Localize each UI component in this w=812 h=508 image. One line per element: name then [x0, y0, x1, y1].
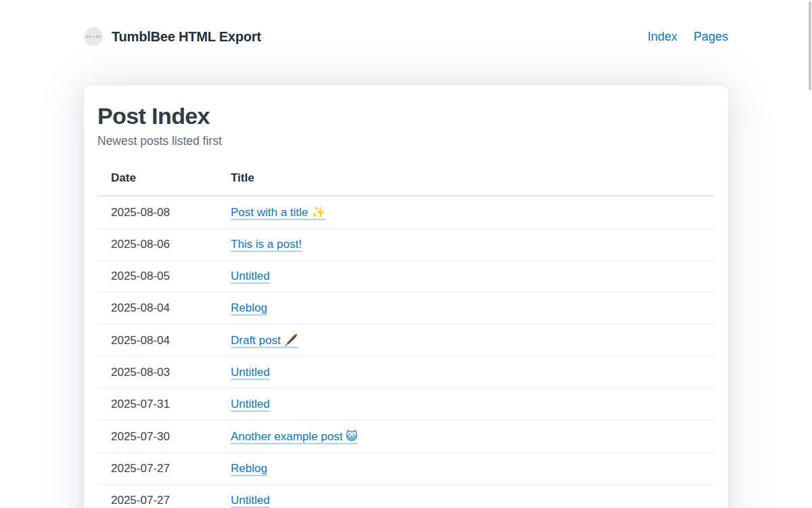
post-title-cell: Untitled: [217, 357, 715, 389]
post-date: 2025-08-04: [97, 324, 217, 357]
post-date: 2025-07-27: [97, 485, 217, 508]
post-title-cell: This is a post!: [217, 229, 715, 261]
post-title-cell: Untitled: [217, 261, 715, 293]
post-link[interactable]: Reblog: [231, 301, 267, 314]
site-header: 64 × 64 TumblBee HTML Export Index Pages: [84, 0, 728, 46]
table-row: 2025-08-04Draft post 🖋️: [97, 324, 715, 357]
table-row: 2025-08-04Reblog: [97, 293, 715, 324]
post-date: 2025-08-03: [97, 357, 217, 389]
header-row: Date Title: [97, 163, 715, 196]
nav-link-index[interactable]: Index: [648, 30, 677, 44]
avatar-placeholder-label: 64 × 64: [86, 35, 101, 39]
column-header-title: Title: [217, 163, 715, 196]
post-date: 2025-08-06: [97, 229, 217, 261]
nav-link-pages[interactable]: Pages: [694, 30, 728, 44]
post-link[interactable]: Another example post 😺: [231, 430, 358, 443]
post-title-cell: Untitled: [217, 485, 715, 508]
table-row: 2025-07-27Reblog: [97, 453, 715, 485]
post-link[interactable]: Untitled: [231, 494, 270, 507]
table-row: 2025-08-05Untitled: [97, 261, 715, 293]
post-title-cell: Reblog: [217, 293, 715, 324]
post-link[interactable]: This is a post!: [231, 238, 302, 251]
header-brand: 64 × 64 TumblBee HTML Export: [84, 27, 261, 46]
post-link[interactable]: Untitled: [231, 398, 270, 410]
table-row: 2025-08-03Untitled: [97, 357, 715, 389]
post-link[interactable]: Reblog: [231, 462, 267, 475]
post-title-cell: Draft post 🖋️: [217, 324, 715, 357]
table-row: 2025-08-08Post with a title ✨: [97, 196, 715, 229]
post-index-card: Post Index Newest posts listed first Dat…: [84, 85, 728, 508]
post-date: 2025-07-30: [97, 421, 217, 453]
post-table-header: Date Title: [97, 163, 715, 196]
column-header-date: Date: [97, 163, 217, 196]
table-row: 2025-08-06This is a post!: [97, 229, 715, 261]
post-date: 2025-08-04: [97, 293, 217, 324]
post-title-cell: Reblog: [217, 453, 715, 485]
post-table-body: 2025-08-08Post with a title ✨2025-08-06T…: [97, 196, 715, 508]
page-container: 64 × 64 TumblBee HTML Export Index Pages…: [84, 0, 728, 508]
post-link[interactable]: Untitled: [231, 270, 270, 282]
post-table: Date Title 2025-08-08Post with a title ✨…: [97, 163, 715, 508]
post-title-cell: Untitled: [217, 389, 715, 421]
header-nav: Index Pages: [648, 30, 728, 44]
post-title-cell: Post with a title ✨: [217, 196, 715, 229]
post-title-cell: Another example post 😺: [217, 421, 715, 453]
page-subtitle: Newest posts listed first: [97, 134, 715, 148]
table-row: 2025-07-30Another example post 😺: [97, 421, 715, 453]
post-date: 2025-07-27: [97, 453, 217, 485]
avatar: 64 × 64: [84, 27, 103, 46]
site-title: TumblBee HTML Export: [112, 29, 261, 45]
table-row: 2025-07-27Untitled: [97, 485, 715, 508]
page-title: Post Index: [97, 103, 715, 129]
post-date: 2025-08-05: [97, 261, 217, 293]
post-link[interactable]: Draft post 🖋️: [231, 334, 298, 347]
table-row: 2025-07-31Untitled: [97, 389, 715, 421]
post-date: 2025-07-31: [97, 389, 217, 421]
scrollbar-thumb[interactable]: [809, 1, 811, 90]
post-link[interactable]: Post with a title ✨: [231, 206, 325, 219]
post-date: 2025-08-08: [97, 196, 217, 229]
post-link[interactable]: Untitled: [231, 366, 270, 379]
